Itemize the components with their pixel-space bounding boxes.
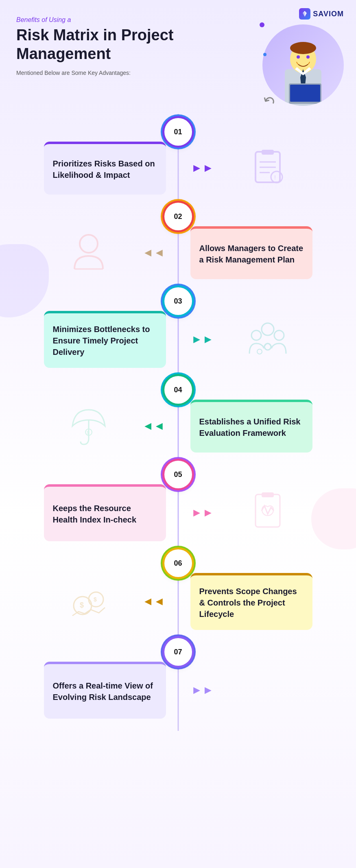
step-3-card: Minimizes Bottlenecks to Ensure Timely P… [44, 311, 166, 368]
step-6-text: Prevents Scope Changes & Controls the Pr… [199, 586, 304, 620]
step-6-deco: $ $ [44, 581, 133, 622]
svg-rect-27 [262, 492, 274, 497]
step-1-number: 01 [164, 118, 192, 146]
svg-point-18 [262, 323, 274, 335]
step-5-bar [50, 484, 72, 487]
logo-icon [299, 8, 310, 20]
money-icon: $ $ [68, 581, 109, 622]
svg-rect-26 [256, 494, 280, 527]
step-7-bar [50, 662, 72, 664]
step-1-text: Prioritizes Risks Based on Likelihood & … [53, 158, 157, 181]
dot-purple-1 [260, 22, 264, 27]
step-3-text: Minimizes Bottlenecks to Ensure Timely P… [53, 324, 157, 358]
step-4-bar [284, 400, 307, 402]
step-6-bar [284, 573, 307, 575]
svg-rect-10 [262, 150, 274, 155]
step-3-bar [50, 311, 72, 313]
person-icon [70, 232, 107, 273]
header-description: Mentioned Below are Some Key Advantages: [16, 70, 138, 76]
svg-point-8 [306, 55, 310, 59]
step-4-card: Establishes a Unified Risk Evaluation Fr… [190, 400, 312, 453]
step-3-number: 03 [164, 287, 192, 315]
step-2-arrow: ◄◄ [142, 246, 165, 259]
svg-point-20 [274, 330, 284, 340]
step-6-card: Prevents Scope Changes & Controls the Pr… [190, 573, 312, 630]
svg-text:$: $ [80, 601, 84, 609]
step-5-number: 05 [164, 461, 192, 488]
step-2-bar [284, 226, 307, 229]
step-5-text: Keeps the Resource Health Index In-check [53, 503, 157, 525]
step-1-bar [50, 142, 72, 144]
step-2-deco [44, 232, 133, 273]
step-1-number-text: 01 [174, 128, 182, 136]
step-7-text: Offers a Real-time View of Evolving Risk… [53, 680, 157, 703]
step-7-number-text: 07 [174, 648, 182, 656]
step-2-number-text: 02 [174, 212, 182, 221]
person-circle [262, 24, 344, 106]
page: SAVIOM [0, 0, 356, 731]
step-4-arrow: ◄◄ [142, 420, 165, 433]
step-6-number: 06 [164, 549, 192, 577]
step-1-deco: ! [223, 148, 312, 188]
header-section: SAVIOM [0, 0, 356, 114]
timeline: 01 Prioritizes Risks Based on Likelihood… [0, 114, 356, 731]
step-5-card: Keeps the Resource Health Index In-check [44, 484, 166, 541]
step-7-card: Offers a Real-time View of Evolving Risk… [44, 662, 166, 719]
step-1-arrow: ►► [191, 162, 214, 175]
step-6-number-text: 06 [174, 559, 182, 568]
step-3-number-text: 03 [174, 297, 182, 306]
umbrella-icon: $ [68, 406, 109, 446]
saviom-logo: SAVIOM [299, 8, 344, 20]
step-5-deco [223, 490, 312, 535]
svg-text:$: $ [94, 596, 97, 603]
step-6-arrow: ◄◄ [142, 595, 165, 608]
svg-text:$: $ [87, 431, 89, 435]
step-2-number: 02 [164, 203, 192, 230]
step-5-number-text: 05 [174, 470, 182, 479]
dot-blue-1 [263, 53, 266, 56]
step-2-card: Allows Managers to Create a Risk Managem… [190, 226, 312, 279]
step-4-number-text: 04 [174, 386, 182, 394]
header-title: Risk Matrix in Project Management [16, 26, 203, 63]
step-1-card: Prioritizes Risks Based on Likelihood & … [44, 142, 166, 195]
logo-text: SAVIOM [313, 10, 344, 18]
step-7-number: 07 [164, 638, 192, 666]
step-3-deco [223, 319, 312, 360]
svg-point-16 [80, 235, 98, 253]
step-3-arrow: ►► [191, 333, 214, 346]
step-4-deco: $ [44, 406, 133, 446]
svg-rect-6 [290, 85, 320, 102]
clipboard-icon: ! [247, 148, 288, 188]
svg-point-7 [297, 55, 300, 59]
step-5-arrow: ►► [191, 506, 214, 519]
svg-text:!: ! [274, 174, 276, 181]
svg-point-2 [290, 42, 316, 54]
step-4-number: 04 [164, 376, 192, 404]
step-4-text: Establishes a Unified Risk Evaluation Fr… [199, 416, 304, 439]
person-svg [271, 33, 336, 106]
health-icon [247, 490, 288, 535]
step-7-arrow: ►► [191, 684, 214, 697]
svg-point-21 [264, 343, 271, 350]
step-2-text: Allows Managers to Create a Risk Managem… [199, 243, 304, 265]
team-icon [247, 319, 288, 360]
svg-point-22 [257, 349, 262, 354]
svg-point-19 [251, 330, 261, 340]
